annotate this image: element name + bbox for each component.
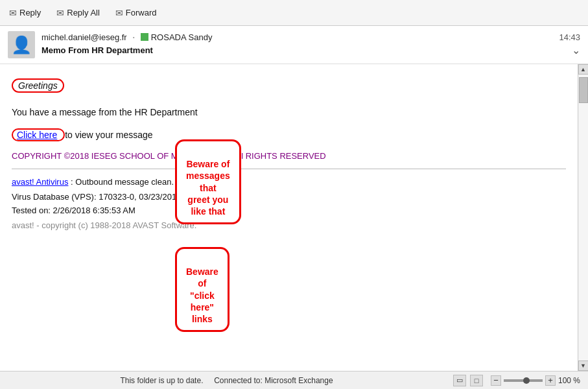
avatar-icon: 👤 <box>11 35 32 55</box>
antivirus-suffix: : Outbound message clean. <box>71 177 174 187</box>
forward-label: Forward <box>126 8 157 18</box>
copyright-text: COPYRIGHT ©2018 IESEG SCHOOL OF MANAGENE… <box>12 151 566 161</box>
recipient-badge: ROSADA Sandy <box>141 32 213 42</box>
click-here-oval: Click here <box>12 128 65 141</box>
reply-button[interactable]: ✉ Reply <box>6 6 43 19</box>
click-here-callout: Beware of "click here" links <box>175 247 229 332</box>
reply-icon: ✉ <box>9 8 17 18</box>
presence-indicator <box>141 33 148 41</box>
antivirus-link[interactable]: avast! Antivirus <box>12 177 68 187</box>
click-suffix: to view your message <box>65 130 152 140</box>
zoom-handle[interactable] <box>523 377 530 384</box>
email-time: 14:43 <box>559 32 580 42</box>
scrollbar-thumb[interactable] <box>579 77 588 103</box>
header-info: michel.daniel@ieseg.fr · ROSADA Sandy 14… <box>41 31 580 56</box>
divider <box>12 169 566 169</box>
email-body: Greetings Beware of messages that greet … <box>0 64 578 371</box>
forward-icon: ✉ <box>115 8 123 18</box>
status-bar: This folder is up to date. Connected to:… <box>0 371 588 389</box>
sender-row: michel.daniel@ieseg.fr · ROSADA Sandy 14… <box>41 31 580 43</box>
click-here-line: Click here to view your message <box>12 128 566 142</box>
antivirus-info: Virus Database (VPS): 170323-0, 03/23/20… <box>12 191 566 218</box>
reply-all-icon: ✉ <box>56 8 64 18</box>
reply-label: Reply <box>19 8 41 18</box>
scrollbar-track[interactable] <box>579 75 588 360</box>
email-header: 👤 michel.daniel@ieseg.fr · ROSADA Sandy … <box>0 26 588 64</box>
scroll-down-arrow[interactable]: ▼ <box>578 360 589 371</box>
forward-button[interactable]: ✉ Forward <box>113 6 159 19</box>
antivirus-footer: avast! - copyright (c) 1988-2018 AVAST S… <box>12 220 566 230</box>
greet-callout: Beware of messages that greet you like t… <box>175 139 241 224</box>
sender-email: michel.daniel@ieseg.fr <box>41 32 127 42</box>
zoom-slider[interactable] <box>504 379 543 382</box>
reply-all-label: Reply All <box>67 8 100 18</box>
scrollbar[interactable]: ▲ ▼ <box>578 64 588 371</box>
virus-db: Virus Database (VPS): 170323-0, 03/23/20… <box>12 191 566 204</box>
folder-status: This folder is up to date. Connected to:… <box>8 376 445 385</box>
scroll-up-arrow[interactable]: ▲ <box>578 64 589 75</box>
dot-separator: · <box>132 31 135 43</box>
view-icon-1[interactable]: ▭ <box>453 375 466 386</box>
reply-all-button[interactable]: ✉ Reply All <box>54 6 102 19</box>
status-icons: ▭ □ <box>453 375 483 386</box>
avatar: 👤 <box>8 31 35 58</box>
body-message: You have a message from the HR Departmen… <box>12 106 566 119</box>
zoom-plus-button[interactable]: + <box>545 375 556 386</box>
toolbar: ✉ Reply ✉ Reply All ✉ Forward <box>0 0 588 26</box>
subject-row: Memo From HR Department ⌄ <box>41 44 580 56</box>
tested-on: Tested on: 2/26/2018 6:35:53 AM <box>12 204 566 218</box>
greetings-text: Greetings <box>12 78 64 93</box>
email-subject: Memo From HR Department <box>41 45 153 55</box>
zoom-minus-button[interactable]: − <box>491 375 501 386</box>
zoom-bar: − + 100 % <box>491 375 580 386</box>
view-icon-2[interactable]: □ <box>470 375 483 386</box>
email-body-wrapper: Greetings Beware of messages that greet … <box>0 64 588 371</box>
recipient-name: ROSADA Sandy <box>151 32 213 42</box>
zoom-level: 100 % <box>558 376 580 385</box>
chevron-down-icon[interactable]: ⌄ <box>572 44 580 56</box>
click-here-link[interactable]: Click here <box>17 130 57 140</box>
antivirus-line: avast! Antivirus : Outbound message clea… <box>12 177 566 187</box>
